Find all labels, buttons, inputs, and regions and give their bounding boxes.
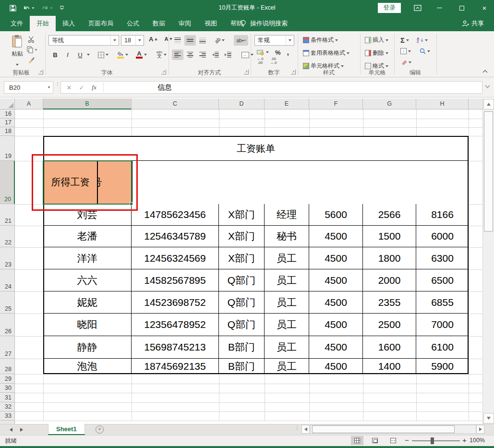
row-header-30[interactable]: 30 bbox=[0, 384, 15, 393]
table-cell-r1c2[interactable]: X部门 bbox=[219, 226, 265, 247]
cancel-entry-icon[interactable]: ✕ bbox=[63, 84, 75, 91]
table-cell-r1c1[interactable]: 12546345789 bbox=[132, 226, 219, 247]
confirm-entry-icon[interactable]: ✓ bbox=[75, 84, 88, 91]
clear-button[interactable] bbox=[399, 59, 413, 66]
table-cell-r1c6[interactable]: 6000 bbox=[416, 226, 469, 247]
column-header-partial[interactable] bbox=[469, 98, 482, 109]
ribbon-tab-文件[interactable]: 文件 bbox=[4, 16, 30, 31]
table-cell-r3c6[interactable]: 6500 bbox=[416, 269, 469, 291]
paste-button[interactable]: 粘贴 bbox=[7, 35, 28, 68]
zoom-slider-handle[interactable] bbox=[431, 437, 434, 444]
number-dialog-launcher[interactable]: ↘ bbox=[291, 70, 296, 74]
table-cell-r6c4[interactable]: 4500 bbox=[309, 336, 363, 359]
zoom-out-icon[interactable]: − bbox=[405, 436, 409, 444]
name-box[interactable]: B20 bbox=[4, 81, 53, 94]
table-cell-r5c0[interactable]: 晓阳 bbox=[43, 314, 132, 336]
increase-indent-button[interactable] bbox=[222, 49, 233, 60]
row-header-19[interactable]: 19 bbox=[0, 136, 15, 161]
table-cell-r7c6[interactable]: 5900 bbox=[416, 359, 469, 374]
table-cell-r6c5[interactable]: 1600 bbox=[363, 336, 416, 359]
table-cell-r0c4[interactable]: 5600 bbox=[309, 204, 363, 226]
font-dialog-launcher[interactable]: ↘ bbox=[161, 70, 166, 74]
comma-style-button[interactable]: , bbox=[286, 47, 290, 58]
tabbar-splitter[interactable]: ⋮ bbox=[295, 426, 300, 429]
table-cell-r5c2[interactable]: Q部门 bbox=[219, 314, 265, 336]
table-cell-r2c1[interactable]: 12456324569 bbox=[132, 247, 219, 269]
table-cell-r7c2[interactable]: B部门 bbox=[219, 359, 265, 374]
alignment-dialog-launcher[interactable]: ↘ bbox=[244, 70, 249, 74]
table-cell-r1c5[interactable]: 1500 bbox=[363, 226, 416, 247]
table-cell-r2c2[interactable]: X部门 bbox=[219, 247, 265, 269]
table-cell-r7c4[interactable]: 4500 bbox=[309, 359, 363, 374]
fill-color-button[interactable] bbox=[116, 50, 130, 60]
column-header-H[interactable]: H bbox=[416, 98, 469, 109]
zoom-slider-track[interactable] bbox=[412, 440, 460, 441]
table-cell-r1c3[interactable]: 秘书 bbox=[265, 226, 309, 247]
align-top-button[interactable] bbox=[172, 35, 183, 46]
row-header-20[interactable]: 20 bbox=[0, 161, 15, 204]
table-cell-r5c6[interactable]: 7000 bbox=[416, 314, 469, 336]
font-size-combo[interactable]: 18 bbox=[121, 35, 144, 46]
table-cell-r4c5[interactable]: 2355 bbox=[363, 291, 416, 314]
decrease-indent-button[interactable] bbox=[209, 49, 221, 60]
ribbon-tab-审阅[interactable]: 审阅 bbox=[172, 16, 198, 31]
table-cell-r2c6[interactable]: 6300 bbox=[416, 247, 469, 269]
cells-item-0[interactable]: 插入 bbox=[363, 35, 390, 45]
table-cell-r3c1[interactable]: 14582567895 bbox=[132, 269, 219, 291]
row-header-28[interactable]: 28 bbox=[0, 359, 15, 374]
prev-sheet-icon[interactable] bbox=[10, 428, 12, 432]
table-cell-r1c0[interactable]: 老潘 bbox=[43, 226, 132, 247]
login-button[interactable]: 登录 bbox=[378, 3, 401, 13]
table-cell-r3c2[interactable]: Q部门 bbox=[219, 269, 265, 291]
table-cell-r4c0[interactable]: 妮妮 bbox=[43, 291, 132, 314]
maximize-button[interactable] bbox=[454, 0, 470, 16]
cells-item-1[interactable]: 删除 bbox=[363, 48, 390, 58]
accounting-format-button[interactable] bbox=[255, 49, 270, 56]
bold-button[interactable]: B bbox=[49, 49, 61, 60]
sheet-tab-sheet1[interactable]: Sheet1 bbox=[48, 424, 85, 435]
row-header-23[interactable]: 23 bbox=[0, 247, 15, 269]
font-name-combo[interactable]: 等线 bbox=[48, 35, 119, 46]
underline-button[interactable]: U bbox=[74, 49, 86, 60]
copy-button[interactable] bbox=[27, 46, 37, 53]
row-header-27[interactable]: 27 bbox=[0, 336, 15, 359]
formula-input[interactable]: 信息 bbox=[107, 83, 172, 92]
phonetic-guide-button[interactable]: wén文 bbox=[155, 50, 168, 60]
formula-bar-resizer[interactable]: ⋮ bbox=[55, 83, 60, 85]
table-cell-r0c5[interactable]: 2566 bbox=[363, 204, 416, 226]
zoom-in-icon[interactable]: + bbox=[462, 436, 467, 444]
table-cell-r6c3[interactable]: 员工 bbox=[265, 336, 309, 359]
row-header-25[interactable]: 25 bbox=[0, 291, 15, 314]
table-cell-r6c6[interactable]: 6100 bbox=[416, 336, 469, 359]
ribbon-display-options-icon[interactable] bbox=[410, 0, 426, 16]
table-title-cell[interactable]: 工资账单 bbox=[44, 137, 468, 161]
table-cell-r3c4[interactable]: 4500 bbox=[309, 269, 363, 291]
share-button[interactable]: 共享 bbox=[462, 16, 484, 31]
table-cell-r4c1[interactable]: 14523698752 bbox=[132, 291, 219, 314]
scroll-right-icon[interactable] bbox=[476, 425, 484, 434]
table-cell-r5c3[interactable]: 员工 bbox=[265, 314, 309, 336]
ribbon-tab-数据[interactable]: 数据 bbox=[146, 16, 172, 31]
table-cell-r0c6[interactable]: 8166 bbox=[416, 204, 469, 226]
increase-font-icon[interactable]: A bbox=[147, 36, 159, 43]
table-cell-r6c2[interactable]: B部门 bbox=[219, 336, 265, 359]
align-middle-button[interactable] bbox=[184, 35, 196, 46]
table-cell-r0c2[interactable]: X部门 bbox=[219, 204, 265, 226]
column-header-G[interactable]: G bbox=[363, 98, 416, 109]
row-header-partial[interactable] bbox=[0, 421, 15, 424]
styles-item-0[interactable]: 条件格式 bbox=[301, 35, 351, 45]
minimize-button[interactable] bbox=[431, 0, 447, 16]
align-bottom-button[interactable] bbox=[197, 35, 208, 46]
row-header-22[interactable]: 22 bbox=[0, 226, 15, 247]
page-layout-view-button[interactable] bbox=[369, 436, 381, 445]
align-left-button[interactable] bbox=[172, 49, 183, 60]
scroll-left-icon[interactable] bbox=[301, 425, 310, 434]
table-cell-r6c0[interactable]: 静静 bbox=[43, 336, 132, 359]
decrease-decimal-button[interactable]: .00→.0 bbox=[269, 56, 278, 65]
wrap-text-button[interactable]: ab↩ bbox=[234, 35, 248, 46]
table-cell-r2c3[interactable]: 员工 bbox=[265, 247, 309, 269]
row-header-31[interactable]: 31 bbox=[0, 393, 15, 402]
table-cell-r4c4[interactable]: 4500 bbox=[309, 291, 363, 314]
row-header-26[interactable]: 26 bbox=[0, 314, 15, 336]
table-cell-r5c1[interactable]: 12356478952 bbox=[132, 314, 219, 336]
